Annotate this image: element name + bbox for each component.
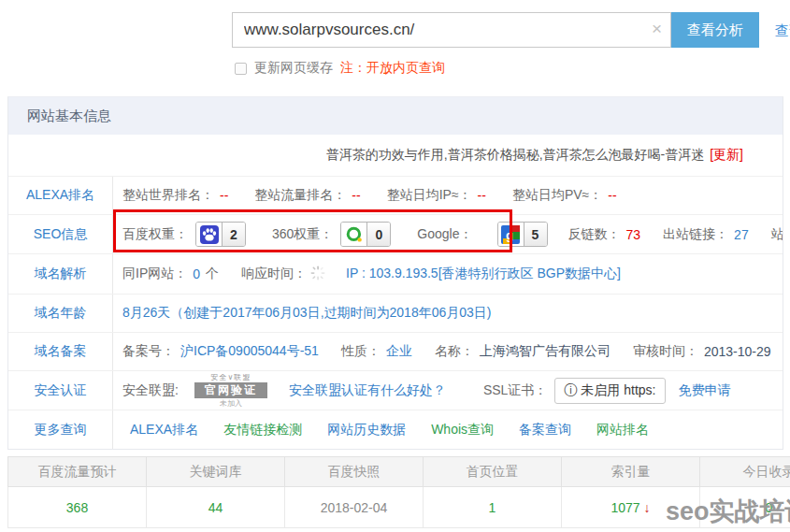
icp-row-label: 域名备案	[8, 333, 113, 370]
down-arrow-icon: ↓	[644, 500, 651, 515]
seo-row: SEO信息 百度权重： 2 360权重：	[8, 214, 783, 253]
watermark-text: seo实战培训	[666, 495, 790, 528]
badge-main-text: 官网验证	[194, 382, 267, 398]
backlinks-value: 73	[626, 227, 641, 242]
ip-location-link[interactable]: IP : 103.9.193.5[香港特别行政区 BGP数据中心]	[346, 266, 621, 282]
ssl-apply-link[interactable]: 免费申请	[679, 382, 731, 399]
seo-row-content: 百度权重： 2 360权重： 0	[113, 222, 783, 247]
badge-top-text: 安全∨联盟	[186, 374, 276, 381]
more-queries-content: ALEXA排名 友情链接检测 网站历史数据 Whois查询 备案查询 网站排名	[113, 422, 783, 439]
icp-audit-date: 2013-10-29	[704, 344, 771, 359]
value-keyword-count[interactable]: 44	[147, 487, 285, 528]
alexa-row-label: ALEXA排名	[8, 177, 113, 214]
page: × 查看分析 查询 更新网页缓存 注：开放内页查询 网站基本信息 普洱茶的功效与…	[0, 0, 790, 532]
dns-row-label: 域名解析	[8, 254, 113, 294]
alexa-world-rank-value: --	[220, 188, 228, 203]
inner-page-note: 注：开放内页查询	[340, 60, 445, 77]
ssl-label: SSL证书：	[483, 382, 547, 399]
search-box: ×	[232, 12, 671, 48]
header-baidu-snapshot: 百度快照	[285, 457, 424, 487]
cache-checkbox-label[interactable]: 更新网页缓存	[254, 60, 333, 77]
site-title-update-link[interactable]: [更新]	[710, 147, 743, 164]
clear-icon[interactable]: ×	[652, 19, 662, 39]
query-link[interactable]: 查询	[775, 22, 790, 40]
google-pr-value: 5	[524, 223, 547, 246]
so360-weight-label: 360权重：	[272, 226, 333, 243]
icp-audit-label: 审核时间：	[633, 343, 698, 360]
alexa-daily-ip-label: 整站日均IP≈：	[387, 187, 472, 204]
alexa-row-content: 整站世界排名：-- 整站流量排名：-- 整站日均IP≈：-- 整站日均PV≈：-…	[113, 187, 783, 204]
alexa-daily-pv-value: --	[608, 188, 616, 203]
domain-age-label: 域名年龄	[8, 295, 113, 332]
so360-weight-value: 0	[366, 223, 390, 246]
dns-row-content: 同IP网站： 0 个 响应时间： IP : 103.9.193.5[香港特别行政…	[113, 266, 783, 283]
dns-row: 域名解析 同IP网站： 0 个 响应时间： IP : 103.9.193.5[香…	[8, 253, 783, 294]
domain-age-content: 8月26天（创建于2017年06月03日,过期时间为2018年06月03日)	[113, 305, 783, 322]
security-alliance-badge[interactable]: 安全∨联盟 官网验证 未加入	[186, 374, 276, 408]
icp-nature-label: 性质：	[341, 343, 381, 360]
alexa-daily-ip-value: --	[478, 188, 486, 203]
baidu-paw-icon	[196, 223, 222, 246]
inlinks-label: 站内链接	[771, 226, 783, 243]
alexa-traffic-rank-value: --	[352, 188, 360, 203]
google-pr-label: Google：	[417, 226, 472, 243]
analyze-button[interactable]: 查看分析	[671, 12, 759, 48]
link-friend-links-check[interactable]: 友情链接检测	[223, 422, 302, 439]
link-site-rank[interactable]: 网站排名	[596, 422, 649, 439]
badge-sub-text: 未加入	[186, 400, 276, 408]
search-input[interactable]	[233, 13, 670, 47]
response-time-label: 响应时间：	[241, 266, 307, 282]
alliance-benefit-link[interactable]: 安全联盟认证有什么好处？	[289, 382, 446, 399]
cache-checkbox[interactable]	[235, 63, 247, 75]
info-icon: ⓘ	[564, 382, 577, 399]
icp-name-label: 名称：	[435, 343, 474, 360]
link-whois-query[interactable]: Whois查询	[431, 422, 494, 439]
header-keyword-count: 关键词库	[147, 457, 285, 487]
alexa-daily-pv-label: 整站日均PV≈：	[512, 187, 602, 204]
site-title-text: 普洱茶的功效与作用,普洱茶价格揭秘,普洱茶怎么泡最好喝-普洱迷	[326, 147, 704, 164]
security-row: 安全认证 安全联盟: 安全∨联盟 官网验证 未加入 安全联盟认证有什么好处？ S…	[8, 370, 783, 410]
baidu-weight-badge[interactable]: 2	[195, 222, 246, 247]
header-today-included: 今日收录	[700, 457, 790, 487]
site-title-row: 普洱茶的功效与作用,普洱茶价格揭秘,普洱茶怎么泡最好喝-普洱迷 [更新]	[8, 135, 783, 176]
domain-age-value: 8月26天（创建于2017年06月03日,过期时间为2018年06月03日)	[122, 305, 492, 322]
backlinks-label: 反链数：	[568, 226, 621, 243]
so360-weight-badge[interactable]: 0	[340, 222, 391, 247]
360-logo-icon	[341, 223, 366, 246]
cache-option-row: 更新网页缓存 注：开放内页查询	[235, 60, 445, 77]
same-ip-value[interactable]: 0	[193, 266, 200, 281]
icp-number-label: 备案号：	[122, 343, 175, 360]
more-queries-row: 更多查询 ALEXA排名 友情链接检测 网站历史数据 Whois查询 备案查询 …	[8, 410, 783, 449]
alliance-label: 安全联盟:	[122, 382, 179, 399]
alexa-world-rank-label: 整站世界排名：	[122, 187, 214, 204]
google-pr-badge[interactable]: g 5	[497, 222, 548, 247]
ssl-status-text: 未启用 https:	[581, 382, 655, 399]
value-baidu-snapshot[interactable]: 2018-02-04	[285, 487, 424, 528]
svg-text:g: g	[506, 227, 513, 241]
value-home-position: 1	[424, 487, 562, 528]
value-baidu-traffic[interactable]: 368	[8, 487, 147, 528]
header-index-volume: 索引量	[562, 457, 700, 487]
link-site-history[interactable]: 网站历史数据	[327, 422, 406, 439]
icp-number-link[interactable]: 沪ICP备09005044号-51	[180, 343, 319, 360]
outlinks-label: 出站链接：	[663, 226, 728, 243]
link-alexa-rank[interactable]: ALEXA排名	[130, 422, 198, 439]
same-ip-label: 同IP网站：	[122, 266, 187, 282]
alexa-traffic-rank-label: 整站流量排名：	[254, 187, 346, 204]
header-baidu-traffic: 百度流量预计	[8, 457, 147, 487]
site-info-panel: 网站基本信息 普洱茶的功效与作用,普洱茶价格揭秘,普洱茶怎么泡最好喝-普洱迷 […	[7, 96, 783, 450]
icp-row: 域名备案 备案号：沪ICP备09005044号-51 性质：企业 名称：上海鸿智…	[8, 332, 783, 370]
baidu-weight-label: 百度权重：	[122, 226, 188, 243]
icp-row-content: 备案号：沪ICP备09005044号-51 性质：企业 名称：上海鸿智广告有限公…	[113, 343, 783, 360]
more-queries-label: 更多查询	[8, 410, 113, 449]
panel-title: 网站基本信息	[8, 97, 783, 135]
link-icp-query[interactable]: 备案查询	[519, 422, 571, 439]
icp-nature-link[interactable]: 企业	[386, 343, 412, 360]
security-row-label: 安全认证	[8, 371, 113, 410]
same-ip-unit: 个	[206, 266, 219, 282]
outlinks-value: 27	[734, 227, 749, 242]
ssl-status-box: ⓘ 未启用 https:	[554, 378, 665, 404]
icp-company-name[interactable]: 上海鸿智广告有限公司	[480, 343, 610, 360]
baidu-weight-value: 2	[222, 223, 245, 246]
seo-row-label: SEO信息	[8, 215, 113, 253]
